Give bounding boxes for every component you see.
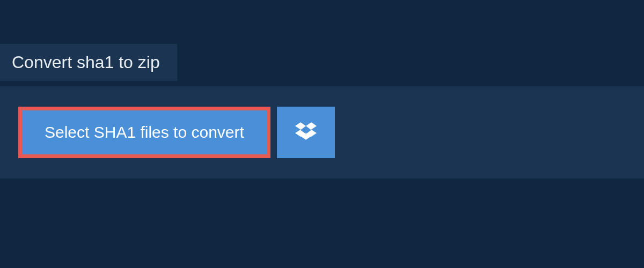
dropbox-icon xyxy=(295,121,317,144)
select-files-button[interactable]: Select SHA1 files to convert xyxy=(18,107,270,158)
dropbox-button[interactable] xyxy=(277,107,335,158)
upload-panel: Select SHA1 files to convert xyxy=(0,86,644,178)
select-files-label: Select SHA1 files to convert xyxy=(45,123,244,142)
tab-title-text: Convert sha1 to zip xyxy=(12,53,160,72)
tab-title: Convert sha1 to zip xyxy=(0,44,177,81)
